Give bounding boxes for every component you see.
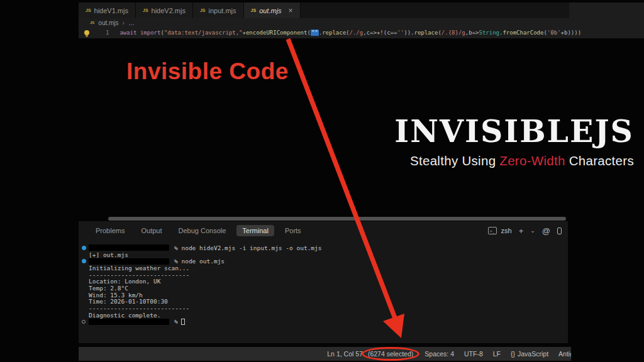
code-token: fromCharCode — [502, 30, 543, 36]
code-line[interactable]: 1 await import("data:text/javascript,"+e… — [79, 27, 644, 38]
tab-label: out.mjs — [259, 7, 281, 14]
chevron-down-icon[interactable]: ⌄ — [530, 228, 535, 234]
horizontal-scrollbar[interactable] — [108, 217, 566, 221]
panel-tab-terminal[interactable]: Terminal — [236, 225, 274, 236]
terminal-line: Location: London, UK — [89, 278, 568, 285]
js-file-icon: JS — [90, 21, 94, 25]
terminal-text: ---------------------------- — [89, 305, 189, 312]
terminal-text: % node out.mjs — [174, 258, 225, 265]
subtitle-highlight: Zero-Width — [499, 153, 565, 168]
code-token: String — [479, 30, 499, 36]
js-file-icon: JS — [251, 8, 257, 13]
invisible-code-label: Invisible Code — [126, 58, 289, 85]
tab-label: hideV1.mjs — [94, 7, 128, 14]
terminal-text: Location: London, UK — [89, 278, 160, 285]
terminal-text: ---------------------------- — [89, 272, 189, 278]
js-file-icon: JS — [143, 8, 148, 13]
tab-label: hideV2.mjs — [152, 7, 186, 14]
code-token: ,b=> — [465, 30, 479, 36]
command-decoration-circle-icon — [82, 320, 86, 324]
terminal-text: [+] out.mjs — [89, 251, 128, 258]
code-token: "data:text/javascript," — [164, 30, 243, 36]
tab-label: input.mjs — [209, 7, 236, 14]
terminal-text: Wind: 15.3 km/h — [89, 292, 143, 299]
code-token: encodeURIComponent — [246, 30, 308, 36]
status-bar: Ln 1, Col 57 (6274 selected) Spaces: 4 U… — [79, 347, 571, 361]
terminal-line: % node out.mjs — [89, 258, 568, 265]
terminal-line: ---------------------------- — [89, 305, 568, 312]
close-tab-icon[interactable]: × — [289, 6, 293, 15]
command-decoration-dot-icon — [82, 246, 86, 250]
terminal-line: ---------------------------- — [89, 272, 568, 278]
terminal-line: Temp: 2.8°C — [89, 285, 568, 292]
redacted-prompt-box — [89, 244, 169, 251]
page-title: INVISIBLEJS — [394, 115, 634, 149]
redacted-prompt-box — [89, 319, 169, 325]
redacted-prompt-box — [89, 258, 169, 265]
terminal-line: % node hideV2.mjs -i input.mjs -o out.mj… — [89, 244, 568, 251]
code-content[interactable]: await import("data:text/javascript,"+enc… — [119, 30, 581, 36]
code-token: +b)))) — [561, 30, 582, 36]
panel-tab-output[interactable]: Output — [135, 225, 167, 236]
terminal-line: Wind: 15.3 km/h — [89, 292, 568, 299]
status-cursor-position[interactable]: Ln 1, Col 57 (6274 selected) — [327, 350, 414, 358]
terminal-text: Initializing weather scan... — [89, 265, 189, 272]
terminal-prompt-icon: >_ — [488, 227, 497, 234]
editor-tab-bar: JShideV1.mjsJShideV2.mjsJSinput.mjsJSout… — [79, 3, 569, 18]
terminal-line: % — [89, 319, 568, 326]
editor-tab-hideV1.mjs[interactable]: JShideV1.mjs — [79, 3, 136, 18]
terminal-line: Initializing weather scan... — [89, 265, 568, 272]
status-indentation[interactable]: Spaces: 4 — [425, 350, 454, 358]
selection-count: (6274 selected) — [367, 350, 414, 358]
breadcrumb-ellipsis[interactable]: … — [128, 19, 135, 26]
page-subtitle: Stealthy Using Zero-Width Characters — [394, 153, 634, 168]
js-file-icon: JS — [86, 8, 91, 13]
terminal-text: % node hideV2.mjs -i input.mjs -o out.mj… — [174, 244, 322, 251]
terminal-text: % — [174, 318, 178, 325]
at-icon[interactable]: @ — [542, 227, 550, 235]
panel-actions: >_ zsh + ⌄ @ — [488, 227, 562, 235]
terminal-text: Temp: 2.8°C — [89, 285, 128, 292]
js-file-icon: JS — [200, 8, 206, 13]
code-token: ,c=>+!(c== — [363, 30, 397, 36]
shell-label[interactable]: zsh — [501, 227, 512, 234]
code-token: replace — [414, 30, 438, 36]
slide-canvas: JShideV1.mjsJShideV2.mjsJSinput.mjsJSout… — [0, 0, 644, 362]
bottom-panel: ProblemsOutputDebug ConsoleTerminalPorts… — [79, 221, 568, 343]
status-extra[interactable]: Antig — [558, 350, 571, 358]
panel-tab-debug-console[interactable]: Debug Console — [173, 225, 232, 236]
code-token: '' — [397, 30, 404, 36]
editor-tab-out.mjs[interactable]: JSout.mjs× — [244, 3, 301, 18]
status-language[interactable]: {} JavaScript — [511, 350, 548, 358]
braces-icon: {} — [511, 350, 515, 358]
panel-tab-ports[interactable]: Ports — [279, 225, 307, 236]
invisible-chars-selection: "" — [311, 30, 319, 36]
terminal-line: [+] out.mjs — [89, 251, 568, 258]
terminal-text: Time: 2026-01-10T00:30 — [89, 298, 168, 305]
terminal-line: Time: 2026-01-10T00:30 — [89, 299, 568, 305]
panel-tab-problems[interactable]: Problems — [90, 225, 130, 236]
code-token: import — [140, 30, 161, 36]
status-encoding[interactable]: UTF-8 — [464, 350, 483, 358]
command-decoration-dot-icon — [82, 259, 86, 263]
editor-tab-hideV2.mjs[interactable]: JShideV2.mjs — [136, 3, 193, 18]
code-token: '0b' — [547, 30, 561, 36]
breadcrumb-file[interactable]: out.mjs — [98, 19, 118, 26]
red-ellipse-annotation — [362, 347, 419, 361]
kill-terminal-icon[interactable] — [557, 228, 562, 234]
lightbulb-icon[interactable] — [84, 30, 89, 35]
editor-tab-input.mjs[interactable]: JSinput.mjs — [193, 3, 244, 18]
code-token: await — [119, 30, 136, 36]
panel-header: ProblemsOutputDebug ConsoleTerminalPorts… — [79, 221, 568, 240]
terminal-line: Diagnostic complete. — [89, 312, 568, 319]
code-token: /./g — [350, 30, 364, 36]
breadcrumb[interactable]: JS out.mjs › … — [79, 18, 644, 27]
terminal-output[interactable]: % node hideV2.mjs -i input.mjs -o out.mj… — [79, 240, 568, 325]
status-eol[interactable]: LF — [493, 350, 501, 358]
terminal-text: Diagnostic complete. — [89, 312, 160, 319]
title-block: INVISIBLEJS Stealthy Using Zero-Width Ch… — [394, 115, 634, 168]
new-terminal-icon[interactable]: + — [519, 227, 524, 235]
terminal-cursor — [181, 319, 185, 325]
chevron-right-icon: › — [123, 19, 125, 26]
panel-tab-bar: ProblemsOutputDebug ConsoleTerminalPorts — [90, 225, 488, 236]
